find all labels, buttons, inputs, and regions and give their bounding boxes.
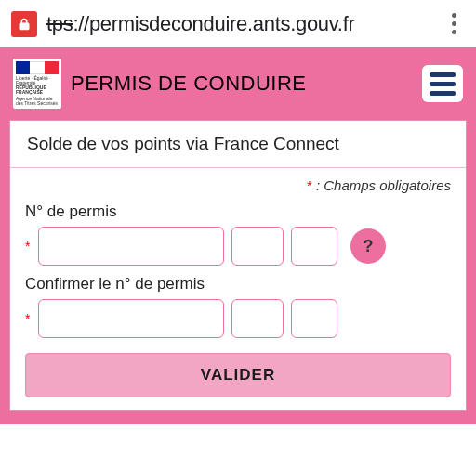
confirm-permit-number-part1-input[interactable] <box>38 299 224 338</box>
browser-menu-icon[interactable] <box>443 9 465 38</box>
mandatory-fields-note: * : Champs obligatoires <box>10 168 466 199</box>
svg-rect-0 <box>20 23 28 29</box>
confirm-permit-number-part2-input[interactable] <box>231 299 284 338</box>
app-header: Liberté · Égalité · Fraternité RÉPUBLIQU… <box>0 47 476 120</box>
confirm-permit-number-group: Confirmer le n° de permis * <box>10 271 466 344</box>
permit-number-label: N° de permis <box>25 202 451 221</box>
permit-number-part2-input[interactable] <box>231 227 284 266</box>
permit-number-group: N° de permis * ? <box>10 199 466 271</box>
help-button[interactable]: ? <box>350 228 386 264</box>
french-republic-logo: Liberté · Égalité · Fraternité RÉPUBLIQU… <box>13 59 61 109</box>
required-asterisk: * <box>25 311 31 326</box>
confirm-permit-number-part3-input[interactable] <box>291 299 337 338</box>
browser-address-bar: tps://permisdeconduire.ants.gouv.fr <box>0 0 476 47</box>
app-title: PERMIS DE CONDUIRE <box>71 72 413 96</box>
page-body: Solde de vos points via France Connect *… <box>0 120 476 424</box>
required-asterisk: * <box>25 239 31 254</box>
hamburger-menu-icon[interactable] <box>422 65 463 102</box>
confirm-permit-number-label: Confirmer le n° de permis <box>25 275 451 293</box>
permit-number-part3-input[interactable] <box>291 227 337 266</box>
permit-number-part1-input[interactable] <box>38 227 224 266</box>
insecure-lock-icon[interactable] <box>11 11 37 37</box>
url-display[interactable]: tps://permisdeconduire.ants.gouv.fr <box>46 12 433 36</box>
form-card: Solde de vos points via France Connect *… <box>9 120 467 411</box>
validate-button[interactable]: VALIDER <box>25 353 451 397</box>
card-title: Solde de vos points via France Connect <box>10 121 466 168</box>
